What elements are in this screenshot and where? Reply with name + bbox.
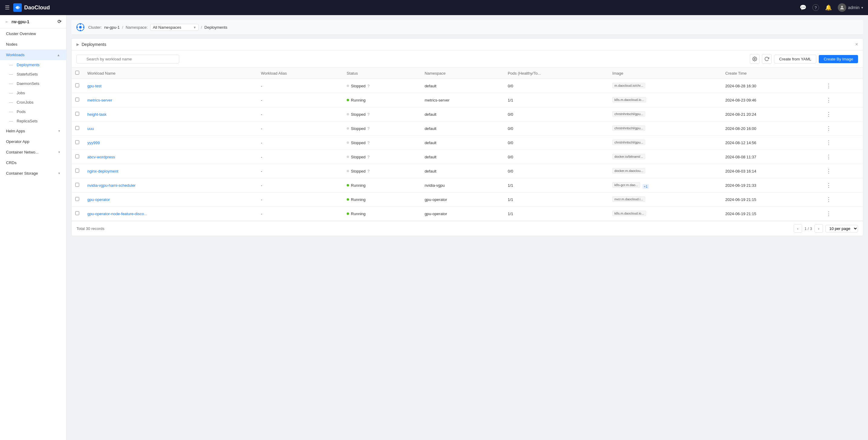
image-cell: chrstnhntschl/gpu... [609, 136, 722, 150]
help-icon[interactable]: ? [812, 4, 819, 11]
workload-alias: - [257, 192, 343, 207]
table-row: metrics-server - Running metrics-server … [72, 93, 863, 107]
workload-alias: - [257, 79, 343, 93]
row-action-button[interactable]: ⋮ [824, 153, 833, 161]
sidebar-sub-item-cronjobs[interactable]: — CronJobs [0, 98, 66, 107]
status-dot [347, 113, 349, 116]
help-icon[interactable]: ? [368, 112, 370, 117]
sidebar-item-nodes[interactable]: Nodes [0, 39, 66, 50]
page-title: Deployments [204, 25, 227, 30]
sidebar-sub-item-statefulsets[interactable]: — StatefulSets [0, 69, 66, 79]
row-action-button[interactable]: ⋮ [824, 125, 833, 132]
help-icon[interactable]: ? [368, 155, 370, 159]
table-row: height-task - Stopped ? default 0/0 chrs… [72, 107, 863, 122]
namespace-select[interactable]: All Namespaces ▾ [150, 24, 198, 31]
svg-point-8 [754, 58, 755, 60]
image-badge: nvcr.m.daocloud.i... [612, 196, 645, 202]
row-action-button[interactable]: ⋮ [824, 82, 833, 90]
workload-name[interactable]: abcv-wordpress [87, 155, 115, 159]
image-badge: chrstnhntschl/gpu... [612, 111, 645, 117]
row-action-button[interactable]: ⋮ [824, 210, 833, 218]
create-yaml-button[interactable]: Create from YAML [774, 55, 816, 63]
breadcrumb: Cluster: rw-gpu-1 / Namespace: All Names… [71, 20, 863, 35]
per-page-select[interactable]: 10 per page 20 per page 50 per page [826, 225, 858, 232]
row-action-button[interactable]: ⋮ [824, 167, 833, 175]
svg-point-4 [80, 23, 81, 25]
workload-name[interactable]: yyy999 [87, 140, 100, 145]
row-action-button[interactable]: ⋮ [824, 181, 833, 189]
row-action-button[interactable]: ⋮ [824, 96, 833, 104]
workload-name[interactable]: height-task [87, 112, 107, 117]
row-checkbox[interactable] [75, 126, 79, 130]
chat-icon[interactable]: 💬 [800, 4, 806, 11]
row-checkbox[interactable] [75, 169, 79, 172]
pods: 0/0 [504, 136, 609, 150]
sidebar-sub-item-replicasets[interactable]: — ReplicaSets [0, 116, 66, 126]
refresh-icon-button[interactable] [762, 54, 772, 64]
workload-name[interactable]: gpu-operator-node-feature-disco... [87, 212, 147, 216]
refresh-icon[interactable]: ⟳ [57, 19, 61, 25]
sidebar-item-container-storage[interactable]: Container Storage ▾ [0, 168, 66, 179]
help-icon[interactable]: ? [368, 169, 370, 174]
close-icon[interactable]: × [855, 42, 858, 47]
workload-alias: - [257, 178, 343, 192]
sidebar-sub-item-deployments[interactable]: — Deployments [0, 60, 66, 69]
help-icon[interactable]: ? [368, 140, 370, 145]
sidebar-item-operator-app[interactable]: Operator App [0, 136, 66, 147]
workload-alias: - [257, 164, 343, 178]
create-image-button[interactable]: Create By Image [819, 55, 858, 63]
panel-header[interactable]: ▶ Deployments × [72, 39, 863, 51]
user-menu[interactable]: admin ▾ [838, 3, 863, 12]
search-input[interactable] [76, 55, 179, 63]
row-checkbox[interactable] [75, 84, 79, 87]
sidebar-item-cluster-overview[interactable]: Cluster Overview [0, 28, 66, 39]
next-page-button[interactable]: › [814, 224, 823, 233]
row-checkbox[interactable] [75, 98, 79, 101]
row-checkbox[interactable] [75, 183, 79, 187]
pods: 1/1 [504, 93, 609, 107]
row-checkbox[interactable] [75, 112, 79, 116]
row-checkbox[interactable] [75, 197, 79, 201]
row-checkbox[interactable] [75, 140, 79, 144]
sidebar-item-crds[interactable]: CRDs [0, 157, 66, 168]
prev-page-button[interactable]: ‹ [794, 224, 802, 233]
status-text: Stopped [351, 126, 365, 131]
create-time: 2024-08-23 09:46 [722, 93, 821, 107]
sidebar-sub-item-pods[interactable]: — Pods [0, 107, 66, 116]
status-dot [347, 142, 349, 144]
cluster-name: rw-gpu-1 [11, 19, 29, 24]
row-action-button[interactable]: ⋮ [824, 195, 833, 203]
row-action-button[interactable]: ⋮ [824, 110, 833, 118]
workload-name[interactable]: gpu-test [87, 84, 101, 88]
row-checkbox[interactable] [75, 154, 79, 158]
back-icon[interactable]: ← [5, 19, 9, 24]
help-icon[interactable]: ? [368, 126, 370, 131]
chevron-down-icon: ▾ [58, 129, 60, 133]
svg-point-7 [83, 27, 84, 28]
sidebar-item-workloads[interactable]: Workloads ▲ [0, 50, 66, 60]
sidebar-item-container-network[interactable]: Container Netwo... ▾ [0, 147, 66, 157]
workload-name[interactable]: uuu [87, 126, 94, 131]
menu-icon[interactable]: ☰ [5, 4, 10, 11]
sidebar-sub-item-jobs[interactable]: — Jobs [0, 88, 66, 98]
workload-name[interactable]: nvidia-vgpu-hami-scheduler [87, 183, 136, 188]
row-checkbox[interactable] [75, 211, 79, 215]
workload-name[interactable]: gpu-operator [87, 197, 110, 202]
bell-icon[interactable]: 🔔 [825, 4, 832, 11]
workload-name[interactable]: nginx-deployment [87, 169, 119, 174]
pods: 0/0 [504, 164, 609, 178]
create-time: 2024-06-19 21:33 [722, 178, 821, 192]
row-action-button[interactable]: ⋮ [824, 139, 833, 147]
status-dot [347, 85, 349, 87]
main-content: Cluster: rw-gpu-1 / Namespace: All Names… [66, 15, 868, 440]
workload-name[interactable]: metrics-server [87, 98, 112, 102]
sidebar-sub-item-daemonsets[interactable]: — DaemonSets [0, 79, 66, 88]
help-icon[interactable]: ? [368, 84, 370, 88]
settings-icon-button[interactable] [750, 54, 760, 64]
image-badge: chrstnhntschl/gpu... [612, 125, 645, 131]
select-all-checkbox[interactable] [75, 71, 79, 75]
chevron-up-icon: ▲ [57, 53, 60, 57]
image-badge: docker.io/bitnami/... [612, 154, 645, 159]
table-row: nginx-deployment - Stopped ? default 0/0… [72, 164, 863, 178]
sidebar-item-helm-apps[interactable]: Helm Apps ▾ [0, 126, 66, 136]
